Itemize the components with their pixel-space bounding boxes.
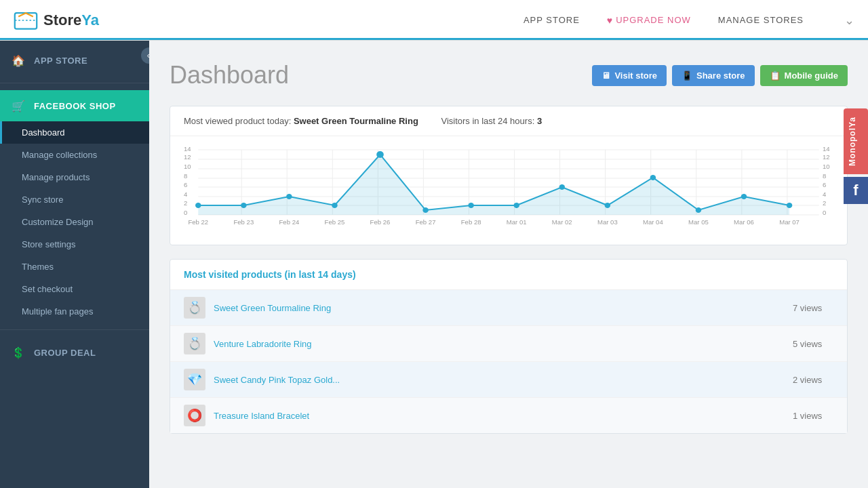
home-icon: 🏠 [11,53,26,68]
svg-text:4: 4 [184,191,187,198]
blue-bar [0,38,868,40]
nav-upgrade-now[interactable]: ♥ UPGRADE NOW [607,15,691,26]
share-store-button[interactable]: 📱 Share store [672,65,755,86]
mobile-icon: 📋 [770,70,781,81]
dashboard-actions: 🖥 Visit store 📱 Share store 📋 Mobile gui… [592,65,848,86]
svg-point-42 [286,194,292,199]
table-row: 💍 Venture Labradorite Ring 5 views [170,326,847,362]
product-views-1: 7 views [793,303,833,313]
sidebar-divider-1 [0,83,149,83]
dashboard-header: Dashboard 🖥 Visit store 📱 Share store 📋 … [170,61,848,89]
product-name-1[interactable]: Sweet Green Tourmaline Ring [214,303,785,313]
top-nav-links: APP STORE ♥ UPGRADE NOW MANAGE STORES ⌄ [524,13,854,28]
page-title: Dashboard [170,61,592,89]
svg-text:8: 8 [823,173,826,180]
svg-text:10: 10 [184,163,191,170]
mobile-guide-button[interactable]: 📋 Mobile guide [760,65,848,86]
line-chart: 14 12 10 8 6 4 2 0 14 12 10 8 6 4 2 0 [184,143,833,231]
monopolya-badge[interactable]: MonopolYa [844,108,868,174]
sidebar-section-label-group-deal: GROUP DEAL [34,348,96,358]
main-layout: « 🏠 APP STORE 🛒 FACEBOOK SHOP Dashboard … [0,41,868,488]
sidebar-item-themes[interactable]: Themes [0,256,149,278]
svg-text:2: 2 [823,200,826,207]
svg-point-50 [650,175,656,180]
sidebar-item-manage-collections[interactable]: Manage collections [0,144,149,166]
svg-text:Mar 03: Mar 03 [597,219,618,226]
table-row: 💎 Sweet Candy Pink Topaz Gold... 2 views [170,362,847,398]
sidebar-items-facebook-shop: Dashboard Manage collections Manage prod… [0,121,149,323]
deal-icon: 💲 [11,345,26,360]
nav-manage-stores[interactable]: MANAGE STORES [718,15,804,25]
svg-text:14: 14 [823,146,830,152]
logo-icon [14,8,38,33]
table-row: ⭕ Treasure Island Bracelet 1 views [170,398,847,433]
visitors-label: Visitors in last 24 hours: 3 [441,116,542,126]
shop-icon: 🛒 [11,98,26,113]
svg-text:Mar 04: Mar 04 [643,219,663,226]
chart-container: 14 12 10 8 6 4 2 0 14 12 10 8 6 4 2 0 [170,136,847,245]
sidebar-item-dashboard[interactable]: Dashboard [0,121,149,144]
visit-store-button[interactable]: 🖥 Visit store [592,65,667,86]
sidebar-section-label-facebook-shop: FACEBOOK SHOP [34,101,116,111]
svg-text:8: 8 [184,173,187,180]
visit-store-label: Visit store [614,70,657,81]
sidebar-item-multiple-fan-pages[interactable]: Multiple fan pages [0,300,149,323]
svg-text:6: 6 [184,182,187,188]
sidebar-section-header-group-deal[interactable]: 💲 GROUP DEAL [0,337,149,368]
svg-text:0: 0 [823,209,826,216]
svg-point-48 [559,184,566,190]
nav-app-store[interactable]: APP STORE [524,15,580,25]
chevron-down-icon[interactable]: ⌄ [844,13,854,28]
sidebar-section-header-app-store[interactable]: 🏠 APP STORE [0,45,149,76]
svg-text:10: 10 [823,163,830,170]
svg-text:12: 12 [823,154,830,161]
svg-point-51 [696,207,702,213]
svg-point-52 [741,194,747,199]
mobile-guide-label: Mobile guide [785,70,838,81]
sidebar-item-customize-design[interactable]: Customize Design [0,211,149,233]
upgrade-label: UPGRADE NOW [616,15,691,25]
sidebar-section-facebook-shop: 🛒 FACEBOOK SHOP Dashboard Manage collect… [0,86,149,327]
facebook-badge[interactable]: f [844,177,868,204]
chart-card: Most viewed product today: Sweet Green T… [170,106,848,245]
svg-point-46 [468,203,474,208]
svg-point-40 [195,203,201,208]
heart-icon: ♥ [607,15,613,26]
most-visited-card: Most visited products (in last 14 days) … [170,259,848,434]
sidebar-item-sync-store[interactable]: Sync store [0,188,149,211]
svg-text:Feb 26: Feb 26 [370,219,391,226]
svg-text:6: 6 [823,182,826,188]
svg-text:Mar 01: Mar 01 [507,219,527,226]
svg-point-43 [332,203,338,208]
product-thumb-2: 💍 [184,333,205,354]
most-viewed-label: Most viewed product today: [184,116,291,126]
product-thumb-4: ⭕ [184,405,205,426]
sidebar: « 🏠 APP STORE 🛒 FACEBOOK SHOP Dashboard … [0,41,149,488]
product-name-4[interactable]: Treasure Island Bracelet [214,411,785,421]
svg-point-49 [605,203,611,208]
product-name-3[interactable]: Sweet Candy Pink Topaz Gold... [214,375,785,385]
svg-rect-0 [15,13,37,28]
sidebar-item-manage-products[interactable]: Manage products [0,166,149,188]
svg-point-53 [787,203,793,208]
share-store-label: Share store [696,70,745,81]
top-navigation: StoreYa APP STORE ♥ UPGRADE NOW MANAGE S… [0,0,868,41]
product-views-4: 1 views [793,411,833,421]
chart-header: Most viewed product today: Sweet Green T… [170,106,847,136]
product-thumb-1: 💍 [184,297,205,319]
share-icon: 📱 [682,70,692,81]
monitor-icon: 🖥 [601,70,610,81]
product-name-2[interactable]: Venture Labradorite Ring [214,339,785,349]
svg-text:Feb 23: Feb 23 [233,219,254,226]
sidebar-item-store-settings[interactable]: Store settings [0,233,149,256]
sidebar-divider-2 [0,329,149,330]
product-views-2: 5 views [793,339,833,349]
logo-text: StoreYa [43,12,99,29]
sidebar-section-header-facebook-shop[interactable]: 🛒 FACEBOOK SHOP [0,90,149,121]
product-views-3: 2 views [793,375,833,385]
svg-text:Mar 07: Mar 07 [779,219,800,226]
sidebar-item-set-checkout[interactable]: Set checkout [0,278,149,300]
svg-text:14: 14 [184,146,191,152]
logo[interactable]: StoreYa [14,8,99,33]
visitors-count: 3 [537,116,542,126]
